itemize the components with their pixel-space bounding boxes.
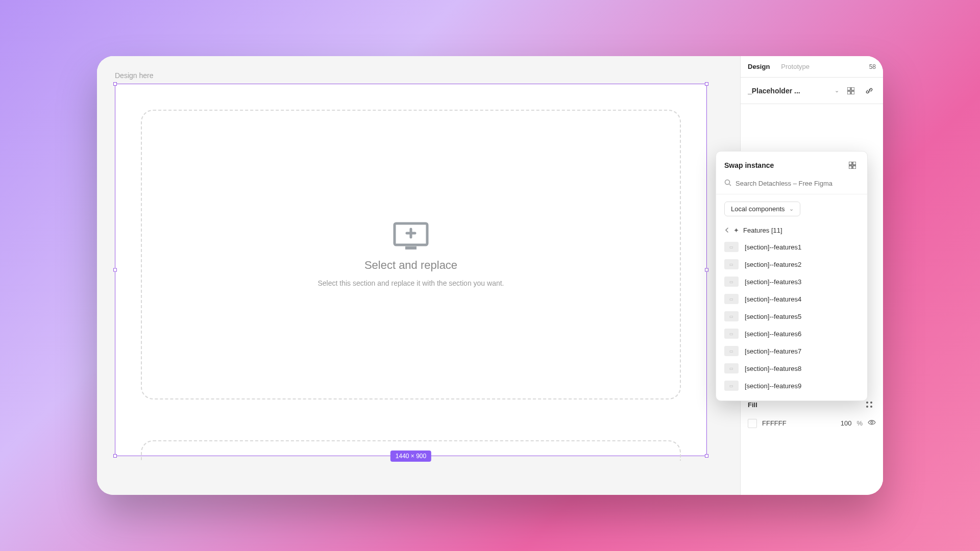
app-window: Design here Select and replace Select th… — [97, 56, 883, 495]
svg-point-15 — [725, 180, 730, 185]
svg-rect-1 — [405, 246, 416, 249]
resize-handle-ml[interactable] — [113, 268, 117, 272]
chevron-down-icon[interactable]: ⌄ — [835, 87, 839, 94]
item-label: [section]--features9 — [745, 382, 801, 390]
list-item[interactable]: ▭[section]--features5 — [721, 308, 862, 325]
search-row — [716, 179, 867, 194]
breadcrumb-label: Features [11] — [743, 227, 782, 234]
svg-rect-14 — [853, 166, 856, 169]
resize-handle-br[interactable] — [705, 454, 708, 458]
svg-point-7 — [870, 402, 872, 404]
search-icon — [724, 179, 731, 188]
placeholder-title: Select and replace — [364, 259, 457, 272]
thumbnail-icon: ▭ — [724, 259, 739, 269]
list-item[interactable]: ▭[section]--features6 — [721, 325, 862, 342]
svg-rect-4 — [847, 91, 850, 94]
component-list: ▭[section]--features1 ▭[section]--featur… — [716, 238, 867, 400]
placeholder-section[interactable]: Select and replace Select this section a… — [141, 110, 681, 399]
list-item[interactable]: ▭[section]--features8 — [721, 360, 862, 377]
detach-icon[interactable] — [863, 84, 876, 97]
svg-point-6 — [866, 402, 868, 404]
item-label: [section]--features1 — [745, 243, 801, 251]
list-item[interactable]: ▭[section]--features9 — [721, 377, 862, 394]
list-item[interactable]: ▭[section]--features4 — [721, 290, 862, 308]
svg-rect-13 — [849, 166, 852, 169]
fill-opacity[interactable]: 100 — [841, 419, 852, 427]
list-item[interactable]: ▭[section]--features1 — [721, 238, 862, 256]
fill-label: Fill — [748, 401, 757, 409]
component-header: _Placeholder ... ⌄ — [741, 78, 883, 104]
tab-design[interactable]: Design — [748, 63, 770, 70]
thumbnail-icon: ▭ — [724, 381, 739, 391]
inspector-number: 58 — [869, 63, 876, 70]
frame-label[interactable]: Design here — [115, 71, 722, 80]
svg-rect-12 — [853, 162, 856, 165]
svg-point-9 — [870, 406, 872, 408]
resize-handle-mr[interactable] — [705, 268, 708, 272]
grid-view-icon[interactable] — [846, 159, 859, 172]
thumbnail-icon: ▭ — [724, 329, 739, 339]
list-item[interactable]: ▭[section]--features7 — [721, 342, 862, 360]
thumbnail-icon: ▭ — [724, 277, 739, 287]
grid-icon[interactable] — [844, 84, 857, 97]
item-label: [section]--features4 — [745, 295, 801, 303]
list-item[interactable]: ▭[section]--features2 — [721, 256, 862, 273]
svg-rect-11 — [849, 162, 852, 165]
item-label: [section]--features6 — [745, 330, 801, 338]
fill-opacity-unit: % — [856, 419, 863, 427]
placeholder-subtitle: Select this section and replace it with … — [318, 279, 504, 287]
canvas-area[interactable]: Design here Select and replace Select th… — [97, 56, 740, 495]
inspector-tabs: Design Prototype 58 — [741, 56, 883, 78]
list-item[interactable]: ▭[section]--features3 — [721, 273, 862, 290]
sparkle-icon: ✦ — [733, 227, 739, 234]
search-input[interactable] — [736, 180, 859, 187]
selected-frame[interactable]: Select and replace Select this section a… — [115, 84, 707, 456]
resize-handle-bl[interactable] — [113, 454, 117, 458]
scope-label: Local components — [731, 205, 785, 213]
dimensions-badge: 1440 × 900 — [390, 450, 431, 462]
thumbnail-icon: ▭ — [724, 294, 739, 304]
thumbnail-icon: ▭ — [724, 242, 739, 252]
item-label: [section]--features3 — [745, 278, 801, 286]
breadcrumb: ✦ Features [11] — [716, 223, 867, 238]
thumbnail-icon: ▭ — [724, 311, 739, 321]
svg-rect-2 — [847, 87, 850, 90]
svg-rect-3 — [851, 87, 854, 90]
swap-instance-popover: Swap instance Local components ⌄ ✦ Featu… — [716, 151, 868, 401]
component-name[interactable]: _Placeholder ... — [748, 87, 829, 95]
tab-prototype[interactable]: Prototype — [781, 63, 810, 70]
thumbnail-icon: ▭ — [724, 363, 739, 373]
fill-hex[interactable]: FFFFFF — [762, 419, 836, 427]
chevron-down-icon: ⌄ — [789, 206, 794, 212]
item-label: [section]--features8 — [745, 365, 801, 372]
fill-swatch[interactable] — [748, 419, 757, 428]
item-label: [section]--features5 — [745, 313, 801, 320]
resize-handle-tr[interactable] — [705, 82, 708, 86]
monitor-plus-icon — [393, 222, 429, 252]
item-label: [section]--features7 — [745, 347, 801, 355]
swap-title: Swap instance — [724, 161, 774, 169]
resize-handle-tl[interactable] — [113, 82, 117, 86]
svg-point-10 — [871, 421, 873, 423]
thumbnail-icon: ▭ — [724, 346, 739, 356]
svg-rect-5 — [851, 91, 854, 94]
svg-point-8 — [866, 406, 868, 408]
visibility-icon[interactable] — [868, 418, 876, 428]
scope-dropdown[interactable]: Local components ⌄ — [724, 202, 800, 216]
fill-row[interactable]: FFFFFF 100 % — [748, 418, 876, 428]
back-icon[interactable] — [724, 227, 729, 234]
item-label: [section]--features2 — [745, 261, 801, 268]
